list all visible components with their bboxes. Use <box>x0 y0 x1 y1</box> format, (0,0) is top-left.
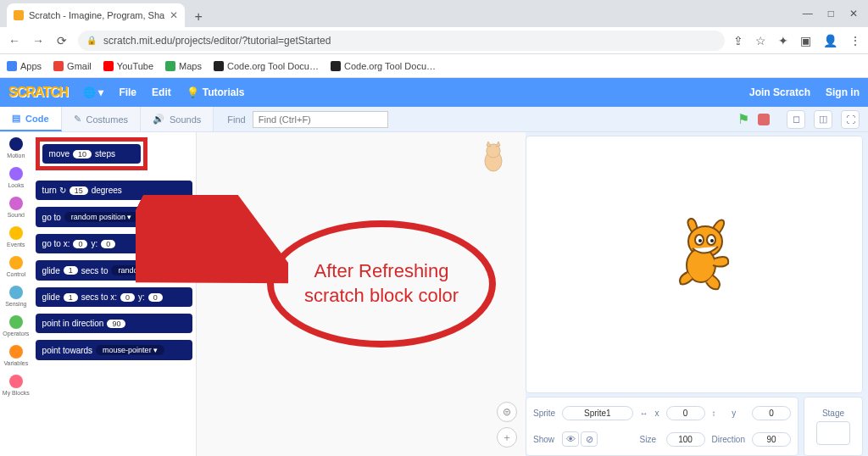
show-label: Show <box>533 435 555 444</box>
favicon <box>14 10 24 20</box>
scratch-logo[interactable]: SCRATCH <box>8 85 68 100</box>
browser-tabstrip: Scratch - Imagine, Program, Sha ✕ + — □ … <box>0 0 868 27</box>
sprite-panel: Sprite Sprite1 ↔ x 0 ↕ y 0 Show 👁 ⊘ Size… <box>526 397 863 456</box>
category-motion[interactable]: Motion <box>7 137 25 158</box>
sprite-info: Sprite Sprite1 ↔ x 0 ↕ y 0 Show 👁 ⊘ Size… <box>526 397 798 456</box>
x-label: x <box>655 409 659 418</box>
block-turn-degrees[interactable]: turn ↻ 15 degrees <box>36 181 192 200</box>
tab-code[interactable]: ▤Code <box>0 107 62 131</box>
sprite-name-label: Sprite <box>533 409 555 418</box>
category-myblocks[interactable]: My Blocks <box>3 375 30 396</box>
stage-selector[interactable]: Stage <box>804 397 863 456</box>
hide-icon[interactable]: ⊘ <box>581 431 598 447</box>
category-variables[interactable]: Variables <box>3 345 28 366</box>
language-menu[interactable]: 🌐 ▾ <box>83 86 103 98</box>
sprite-x-input[interactable]: 0 <box>666 406 705 420</box>
svg-point-6 <box>698 239 702 242</box>
tab-close-icon[interactable]: ✕ <box>170 9 178 21</box>
find-input[interactable] <box>253 111 388 128</box>
window-close-icon[interactable]: ✕ <box>849 8 858 19</box>
arrow-vertical-icon: ↕ <box>712 409 726 418</box>
sign-in-link[interactable]: Sign in <box>826 86 860 98</box>
window-minimize-icon[interactable]: — <box>803 8 813 19</box>
move-steps-value[interactable]: 10 <box>73 150 92 158</box>
block-go-to[interactable]: go to random position ▾ <box>36 207 192 227</box>
small-stage-button[interactable]: ◻ <box>787 110 805 129</box>
profile-icon[interactable]: 👤 <box>823 34 837 47</box>
apps-icon <box>7 61 17 71</box>
browser-tab[interactable]: Scratch - Imagine, Program, Sha ✕ <box>7 3 185 27</box>
green-flag-icon[interactable]: ⚑ <box>737 111 749 127</box>
category-events[interactable]: Events <box>7 226 25 247</box>
edit-menu[interactable]: Edit <box>152 86 171 98</box>
category-column: Motion Looks Sound Events Control Sensin… <box>0 132 32 456</box>
annotation-highlight-box: move 10 steps <box>36 137 147 170</box>
nav-reload-icon[interactable]: ⟳ <box>54 34 70 47</box>
block-point-towards[interactable]: point towards mouse-pointer ▾ <box>36 340 192 360</box>
category-control[interactable]: Control <box>7 256 26 277</box>
sprite-direction-input[interactable]: 90 <box>752 432 791 447</box>
bookmark-codeorg-2[interactable]: Code.org Tool Docu… <box>331 61 436 71</box>
stop-icon[interactable] <box>758 114 770 125</box>
gmail-icon <box>53 61 64 71</box>
share-icon[interactable]: ⇪ <box>733 34 743 47</box>
tutorials-button[interactable]: 💡Tutorials <box>186 86 245 98</box>
script-workspace[interactable]: ⊜ ＋ <box>197 132 526 456</box>
size-label: Size <box>640 435 659 444</box>
new-tab-button[interactable]: + <box>188 7 209 27</box>
block-glide-xy[interactable]: glide 1 secs to x: 0 y: 0 <box>36 287 192 307</box>
y-label: y <box>732 409 745 418</box>
stage-canvas[interactable] <box>526 136 863 393</box>
category-looks[interactable]: Looks <box>8 167 24 188</box>
nav-forward-icon[interactable]: → <box>31 34 46 47</box>
chrome-menu-icon[interactable]: ⋮ <box>849 34 861 47</box>
block-glide-to[interactable]: glide 1 secs to random position ▾ <box>36 260 192 281</box>
fullscreen-button[interactable]: ⛶ <box>841 110 860 129</box>
extensions-icon[interactable]: ✦ <box>778 34 788 47</box>
zoom-in-button[interactable]: ＋ <box>497 427 517 448</box>
bookmark-codeorg-1[interactable]: Code.org Tool Docu… <box>214 61 319 71</box>
block-go-to-xy[interactable]: go to x: 0 y: 0 <box>36 234 192 253</box>
join-scratch-link[interactable]: Join Scratch <box>749 86 810 98</box>
tab-costumes[interactable]: ✎Costumes <box>62 107 142 131</box>
bookmark-star-icon[interactable]: ☆ <box>755 34 766 47</box>
category-operators[interactable]: Operators <box>3 315 29 336</box>
codeorg-icon <box>214 61 224 71</box>
block-point-direction[interactable]: point in direction 90 <box>36 314 192 333</box>
bookmark-maps[interactable]: Maps <box>165 61 202 71</box>
zoom-reset-button[interactable]: ⊜ <box>497 402 517 422</box>
sprite-name-input[interactable]: Sprite1 <box>562 406 632 420</box>
stage-thumbnail <box>816 421 850 445</box>
sprite-size-input[interactable]: 100 <box>666 432 705 447</box>
sounds-icon: 🔊 <box>153 114 164 125</box>
large-stage-button[interactable]: ◫ <box>814 110 832 129</box>
block-move-steps[interactable]: move 10 steps <box>42 144 141 164</box>
window-controls: — □ ✕ <box>803 0 868 27</box>
nav-back-icon[interactable]: ← <box>7 34 22 47</box>
visibility-toggle[interactable]: 👁 ⊘ <box>562 431 632 447</box>
category-sound[interactable]: Sound <box>8 197 25 218</box>
direction-label: Direction <box>712 435 745 444</box>
costumes-icon: ✎ <box>74 114 81 125</box>
block-list: move 10 steps turn ↻ 15 degrees go to ra… <box>32 132 196 456</box>
maps-icon <box>165 61 175 71</box>
stage-label: Stage <box>822 409 844 418</box>
tab-sounds[interactable]: 🔊Sounds <box>141 107 214 131</box>
file-menu[interactable]: File <box>119 86 136 98</box>
bookmark-gmail[interactable]: Gmail <box>53 61 92 71</box>
address-bar[interactable]: 🔒 scratch.mit.edu/projects/editor/?tutor… <box>78 31 725 51</box>
bookmark-apps[interactable]: Apps <box>7 61 42 71</box>
zoom-controls: ⊜ ＋ <box>497 402 517 448</box>
scratch-cat-sprite[interactable] <box>667 216 735 292</box>
window-maximize-icon[interactable]: □ <box>828 8 834 19</box>
bookmark-youtube[interactable]: YouTube <box>103 61 153 71</box>
sprite-y-input[interactable]: 0 <box>752 406 791 420</box>
show-icon[interactable]: 👁 <box>562 431 579 447</box>
panel-icon[interactable]: ▣ <box>800 34 811 47</box>
scratch-menubar: SCRATCH 🌐 ▾ File Edit 💡Tutorials Join Sc… <box>0 78 868 107</box>
arrow-horizontal-icon: ↔ <box>640 409 648 418</box>
category-sensing[interactable]: Sensing <box>5 286 26 307</box>
url-text: scratch.mit.edu/projects/editor/?tutoria… <box>103 35 331 47</box>
youtube-icon <box>103 61 114 71</box>
block-palette: Motion Looks Sound Events Control Sensin… <box>0 132 197 456</box>
